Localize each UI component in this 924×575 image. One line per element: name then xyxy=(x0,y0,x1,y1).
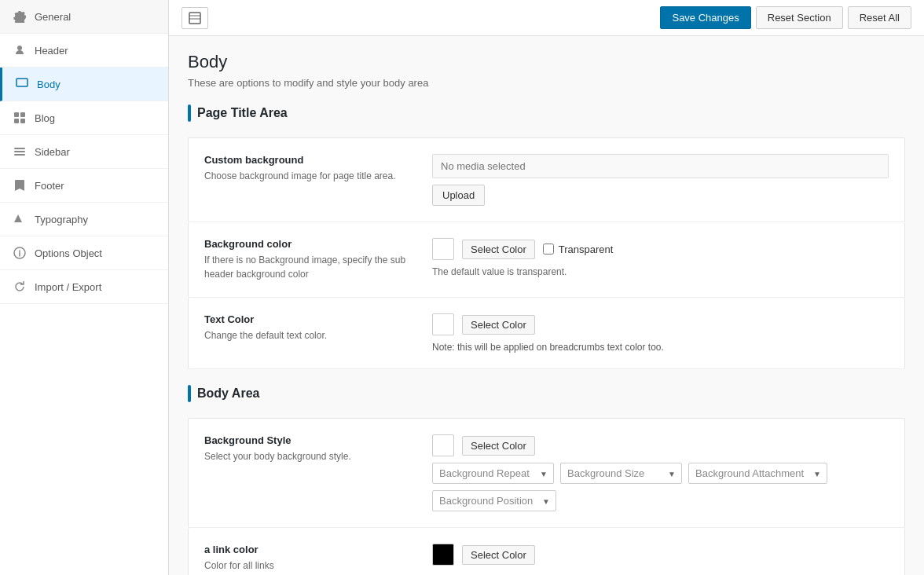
text-select-color-button[interactable]: Select Color xyxy=(462,315,535,335)
custom-background-desc: Choose background image for page title a… xyxy=(204,169,416,183)
background-color-controls: Select Color Transparent The default val… xyxy=(432,238,889,277)
color-row: Select Color Transparent xyxy=(432,238,889,260)
sidebar-item-sidebar[interactable]: Sidebar xyxy=(0,135,168,169)
transparent-checkbox[interactable] xyxy=(543,244,554,255)
sidebar-item-general[interactable]: General xyxy=(0,0,168,34)
main-content: Save Changes Reset Section Reset All Bod… xyxy=(169,0,924,575)
section-heading-page-title-area: Page Title Area xyxy=(188,104,905,122)
person-icon xyxy=(13,43,27,57)
section-heading-bar xyxy=(188,104,191,122)
option-label-col-background-color: Background color If there is no Backgrou… xyxy=(204,238,416,281)
body-area-heading-text: Body Area xyxy=(197,386,259,401)
page-description: These are options to modify and style yo… xyxy=(188,77,905,89)
svg-rect-2 xyxy=(20,112,25,117)
custom-background-label: Custom background xyxy=(204,154,416,166)
grid-icon xyxy=(13,111,27,125)
bg-style-color-row: Select Color xyxy=(432,434,889,456)
save-changes-button[interactable]: Save Changes xyxy=(660,6,750,29)
sidebar-item-sidebar-label: Sidebar xyxy=(35,146,70,158)
bg-attachment-wrapper: Background Attachment xyxy=(688,463,827,484)
option-label-col-link-color: a link color Color for all links xyxy=(204,544,416,573)
bg-position-wrapper: Background Position xyxy=(432,490,556,511)
svg-rect-9 xyxy=(189,13,200,24)
gear-icon xyxy=(13,9,27,24)
toolbar: Save Changes Reset Section Reset All xyxy=(169,0,924,36)
svg-rect-3 xyxy=(14,119,19,123)
bg-repeat-select[interactable]: Background Repeat xyxy=(432,463,554,484)
sidebar-item-import-export-label: Import / Export xyxy=(35,281,101,293)
refresh-icon xyxy=(13,280,27,294)
text-color-swatch xyxy=(432,313,454,335)
toolbar-left xyxy=(182,7,208,29)
transparent-row: Transparent xyxy=(543,244,614,255)
text-color-controls: Select Color Note: this will be applied … xyxy=(432,313,889,353)
background-color-label: Background color xyxy=(204,238,416,250)
custom-background-controls: Upload xyxy=(432,154,889,206)
svg-rect-1 xyxy=(14,112,19,117)
bg-select-color-button[interactable]: Select Color xyxy=(462,240,535,259)
link-color-swatch xyxy=(432,544,454,566)
background-style-desc: Select your body background style. xyxy=(204,449,416,463)
option-custom-background: Custom background Choose background imag… xyxy=(188,137,905,222)
sidebar-item-options-object[interactable]: Options Object xyxy=(0,236,168,270)
sidebar-item-header[interactable]: Header xyxy=(0,34,168,68)
dropdown-row: Background Repeat Background Size Backgr… xyxy=(432,463,889,484)
background-style-controls: Select Color Background Repeat Backgroun… xyxy=(432,434,889,511)
bg-attachment-select[interactable]: Background Attachment xyxy=(688,463,827,484)
bg-size-select[interactable]: Background Size xyxy=(560,463,682,484)
text-color-note: Note: this will be applied on breadcrumb… xyxy=(432,342,889,353)
sidebar-item-options-object-label: Options Object xyxy=(35,247,102,259)
link-color-desc: Color for all links xyxy=(204,559,416,573)
content-area: Body These are options to modify and sty… xyxy=(169,36,924,575)
layout-icon-button[interactable] xyxy=(182,7,208,29)
reset-section-button[interactable]: Reset Section xyxy=(756,6,843,29)
transparent-label: Transparent xyxy=(559,244,614,255)
svg-rect-5 xyxy=(14,148,25,149)
section-heading-text: Page Title Area xyxy=(197,106,288,120)
info-icon xyxy=(13,246,27,260)
sidebar-item-general-label: General xyxy=(35,11,71,23)
link-color-row: Select Color xyxy=(432,544,889,566)
sidebar-item-body[interactable]: Body xyxy=(0,68,168,101)
background-style-label: Background Style xyxy=(204,434,416,446)
link-select-color-button[interactable]: Select Color xyxy=(462,545,535,565)
sidebar-item-header-label: Header xyxy=(35,45,68,57)
typography-icon xyxy=(13,212,27,226)
sidebar-item-body-label: Body xyxy=(37,79,60,90)
media-input[interactable] xyxy=(432,154,889,178)
upload-button[interactable]: Upload xyxy=(432,185,485,206)
option-label-col-background-style: Background Style Select your body backgr… xyxy=(204,434,416,463)
bg-color-swatch xyxy=(432,238,454,260)
svg-rect-7 xyxy=(14,154,25,156)
option-label-col-custom-background: Custom background Choose background imag… xyxy=(204,154,416,183)
sidebar-item-typography[interactable]: Typography xyxy=(0,203,168,236)
sidebar-item-blog[interactable]: Blog xyxy=(0,101,168,135)
svg-rect-0 xyxy=(16,79,28,86)
bg-style-select-color-button[interactable]: Select Color xyxy=(462,436,535,456)
sidebar-item-footer[interactable]: Footer xyxy=(0,169,168,203)
bg-repeat-wrapper: Background Repeat xyxy=(432,463,554,484)
option-text-color: Text Color Change the default text color… xyxy=(188,298,905,369)
bg-position-select[interactable]: Background Position xyxy=(432,490,556,511)
default-note: The default value is transparent. xyxy=(432,266,889,277)
bg-style-swatch xyxy=(432,434,454,456)
sidebar-item-footer-label: Footer xyxy=(35,180,64,192)
link-color-label: a link color xyxy=(204,544,416,555)
option-background-color: Background color If there is no Backgrou… xyxy=(188,222,905,298)
dropdown-row-2: Background Position xyxy=(432,490,889,511)
text-color-row: Select Color xyxy=(432,313,889,335)
background-color-desc: If there is no Background image, specify… xyxy=(204,253,416,281)
sidebar-item-import-export[interactable]: Import / Export xyxy=(0,270,168,304)
section-heading-body-area: Body Area xyxy=(188,385,905,402)
body-area-heading-bar xyxy=(188,385,191,402)
bookmark-icon xyxy=(13,178,27,192)
sidebar: General Header Body Blog Sidebar xyxy=(0,0,169,575)
sidebar-item-blog-label: Blog xyxy=(35,112,55,124)
option-label-col-text-color: Text Color Change the default text color… xyxy=(204,313,416,342)
link-color-controls: Select Color xyxy=(432,544,889,572)
bg-size-wrapper: Background Size xyxy=(560,463,682,484)
svg-rect-6 xyxy=(14,151,25,152)
option-link-color: a link color Color for all links Select … xyxy=(188,528,905,575)
reset-all-button[interactable]: Reset All xyxy=(848,6,911,29)
text-color-label: Text Color xyxy=(204,313,416,325)
